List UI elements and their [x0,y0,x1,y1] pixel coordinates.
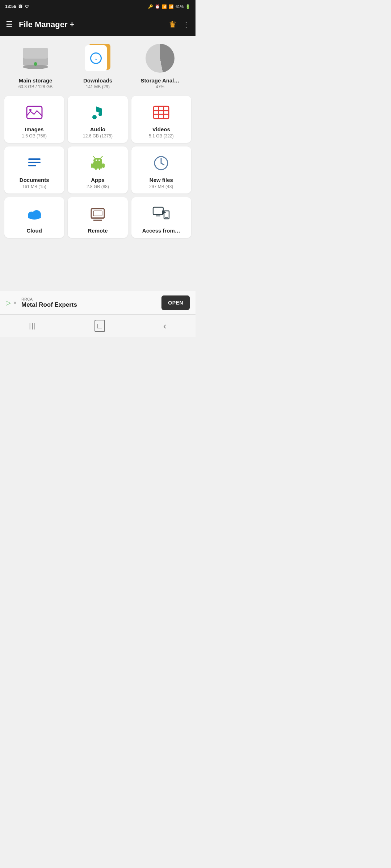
documents-item[interactable]: Documents 161 MB (15) [4,146,64,193]
nav-recent-button[interactable]: ||| [29,322,36,330]
pie-chart-icon [146,44,175,73]
ad-product-name: Metal Roof Experts [21,301,157,309]
svg-rect-17 [91,163,93,168]
main-content: Main storage 60.3 GB / 128 GB ↓ Download… [0,36,196,291]
crown-icon[interactable]: ♛ [169,20,177,30]
remote-icon [88,204,108,224]
key-icon: 🔑 [148,4,153,9]
app-title: File Manager + [19,20,163,29]
bottom-nav: ||| □ ‹ [0,314,196,337]
time-display: 13:56 [5,4,16,9]
cloud-item[interactable]: Cloud [4,197,64,238]
hamburger-menu[interactable]: ☰ [6,20,13,29]
storage-anal-label: Storage Anal… [141,77,180,84]
svg-rect-20 [99,167,100,170]
audio-item[interactable]: Audio 12.6 GB (1375) [68,96,127,143]
utility-grid: Documents 161 MB (15) [4,146,191,193]
svg-rect-18 [102,163,105,168]
status-right: 🔑 ⏰ 📶 📶 61% 🔋 [148,4,190,9]
top-storage-row: Main storage 60.3 GB / 128 GB ↓ Download… [4,42,191,89]
svg-point-5 [29,109,31,111]
videos-icon [151,102,171,123]
videos-sublabel: 5.1 GB (322) [149,133,174,139]
apps-icon [88,153,108,173]
downloads-icon: ↓ [85,44,110,73]
ad-close-icon[interactable]: ✕ [13,300,17,306]
svg-rect-19 [95,167,97,170]
documents-icon [24,153,45,173]
downloads-icon-area: ↓ [81,42,114,75]
svg-point-7 [98,112,102,116]
images-sublabel: 1.6 GB (756) [22,133,47,139]
svg-rect-1 [23,48,48,59]
videos-item[interactable]: Videos 5.1 GB (322) [131,96,191,143]
new-files-sublabel: 297 MB (43) [149,184,173,189]
main-storage-icon-area [19,42,52,75]
ad-play-icon: ▷ [6,299,11,307]
images-item[interactable]: Images 1.6 GB (756) [4,96,64,143]
new-files-item[interactable]: New files 297 MB (43) [131,146,191,193]
new-files-label: New files [150,177,173,183]
download-arrow-icon: ↓ [90,52,102,64]
battery-icon: 🔋 [185,4,190,9]
svg-line-24 [93,156,95,158]
downloads-label: Downloads [83,77,112,84]
hdd-icon [21,46,50,71]
svg-line-28 [161,163,164,165]
apps-sublabel: 2.8 GB (88) [87,184,109,189]
apps-item[interactable]: Apps 2.8 GB (88) [68,146,127,193]
svg-point-21 [93,158,102,163]
images-icon [24,102,45,123]
audio-label: Audio [90,126,106,132]
downloads-sublabel: 141 MB (29) [86,84,110,89]
videos-label: Videos [152,126,170,132]
svg-point-23 [98,159,100,161]
alarm-icon: ⏰ [155,4,160,9]
audio-icon [88,102,108,123]
remote-label: Remote [88,227,108,234]
ad-open-button[interactable]: OPEN [161,295,190,310]
storage-anal-sublabel: 47% [156,84,164,89]
status-time: 13:56 🖼 🛡 [5,4,29,9]
new-files-icon [151,153,171,173]
ad-company-name: RRCA [21,297,157,301]
wifi-icon: 📶 [162,4,167,9]
audio-sublabel: 12.6 GB (1375) [83,133,113,139]
storage-anal-icon-area [144,42,176,75]
bottom-grid: Cloud Remote [4,197,191,238]
cloud-icon [24,204,45,224]
svg-point-3 [34,62,37,66]
main-storage-sublabel: 60.3 GB / 128 GB [18,84,53,89]
svg-rect-36 [93,211,102,216]
nav-home-button[interactable]: □ [94,320,105,332]
access-from-icon [151,204,171,224]
documents-label: Documents [20,177,49,183]
svg-point-32 [28,216,41,219]
spacer [4,242,191,285]
main-storage-label: Main storage [19,77,52,84]
ad-text-block: RRCA Metal Roof Experts [21,297,157,309]
more-options-icon[interactable]: ⋮ [182,20,190,29]
svg-line-25 [101,156,102,158]
app-header: ☰ File Manager + ♛ ⋮ [0,13,196,36]
svg-point-6 [92,115,97,119]
nav-back-button[interactable]: ‹ [163,320,167,332]
svg-rect-8 [154,106,169,119]
shield-icon: 🛡 [25,4,29,9]
remote-item[interactable]: Remote [68,197,127,238]
documents-sublabel: 161 MB (15) [22,184,46,189]
storage-anal-item[interactable]: Storage Anal… 47% [132,42,188,89]
apps-label: Apps [91,177,105,183]
main-storage-item[interactable]: Main storage 60.3 GB / 128 GB [8,42,64,89]
access-from-item[interactable]: Access from… [131,197,191,238]
svg-point-22 [96,159,97,161]
status-bar: 13:56 🖼 🛡 🔑 ⏰ 📶 📶 61% 🔋 [0,0,196,13]
svg-rect-37 [153,207,163,214]
downloads-item[interactable]: ↓ Downloads 141 MB (29) [70,42,126,89]
cloud-label: Cloud [26,227,42,234]
images-label: Images [25,126,44,132]
ad-banner: ▷ ✕ RRCA Metal Roof Experts OPEN [0,291,196,314]
media-grid: Images 1.6 GB (756) Audio 12.6 GB (1375) [4,96,191,143]
battery-text: 61% [176,4,184,9]
signal-icon: 📶 [169,4,174,9]
